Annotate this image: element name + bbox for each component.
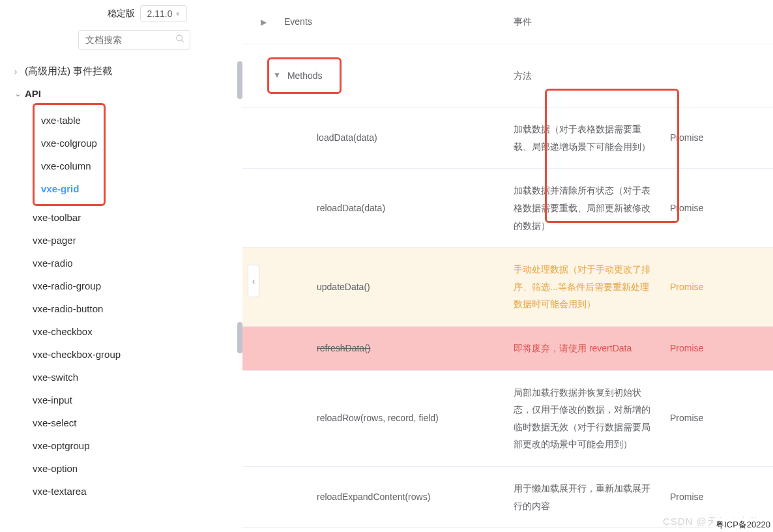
tree-label-api: API xyxy=(25,88,41,99)
row-desc: 方法 xyxy=(506,44,662,108)
version-value: 2.11.0 xyxy=(147,8,173,19)
sidebar-item-active[interactable]: vxe-grid xyxy=(41,177,97,200)
caret-right-icon[interactable]: ▶ xyxy=(261,18,267,27)
methods-highlight-box: ▼ Methods xyxy=(267,57,342,95)
sidebar-item[interactable]: vxe-radio xyxy=(33,252,235,274)
method-name: updateData() xyxy=(317,282,370,292)
method-name: refreshData() xyxy=(317,343,370,353)
sidebar-item[interactable]: vxe-switch xyxy=(33,366,235,389)
api-table: ▶ Events 事件 ▼ Methods 方法 xyxy=(242,0,773,528)
method-name: reloadExpandContent(rows) xyxy=(317,492,430,502)
sidebar-collapse-handle[interactable]: ‹ xyxy=(248,265,259,297)
sidebar-item[interactable]: vxe-toolbar xyxy=(33,206,235,229)
row-name: Events xyxy=(284,0,506,44)
tree-item-api[interactable]: ⌄ API xyxy=(14,83,235,104)
method-name: loadData(data) xyxy=(317,132,377,143)
table-row-deprecated[interactable]: refreshData() 即将废弃，请使用 revertData Promis… xyxy=(242,326,773,370)
sidebar-item[interactable]: vxe-colgroup xyxy=(41,132,97,155)
table-row[interactable]: ▶ Events 事件 xyxy=(242,0,773,44)
sidebar-item[interactable]: vxe-option xyxy=(33,457,235,480)
chevron-right-icon: › xyxy=(14,66,25,76)
sidebar-item[interactable]: vxe-optgroup xyxy=(33,434,235,457)
svg-point-0 xyxy=(177,35,182,41)
chevron-down-icon: ⌄ xyxy=(14,89,25,98)
scrollbar-thumb[interactable] xyxy=(237,322,242,353)
row-desc: 事件 xyxy=(506,0,662,44)
sidebar: 稳定版 2.11.0 ▾ › (高级用法) 事件拦截 ⌄ API xyxy=(0,0,242,532)
table-row[interactable]: reloadRow(rows, record, field) 局部加载行数据并恢… xyxy=(242,370,773,466)
table-row[interactable]: loadData(data) 加载数据（对于表格数据需要重载、局部递增场景下可能… xyxy=(242,108,773,169)
chevron-down-icon: ▾ xyxy=(176,10,180,18)
scrollbar-vertical[interactable] xyxy=(237,61,242,348)
method-return: Promise xyxy=(662,169,773,248)
table-row[interactable]: reloadData(data) 加载数据并清除所有状态（对于表格数据需要重载、… xyxy=(242,169,773,248)
api-children: vxe-table vxe-colgroup vxe-column vxe-gr… xyxy=(14,104,235,503)
search-icon[interactable] xyxy=(175,34,185,46)
sidebar-item[interactable]: vxe-select xyxy=(33,411,235,434)
chevron-left-icon: ‹ xyxy=(252,276,255,286)
sidebar-item[interactable]: vxe-input xyxy=(33,389,235,411)
method-return: Promise xyxy=(662,326,773,370)
sidebar-item[interactable]: vxe-checkbox-group xyxy=(33,343,235,366)
method-desc: 局部加载行数据并恢复到初始状态，仅用于修改的数据，对新增的临时数据无效（对于行数… xyxy=(506,370,662,466)
caret-down-icon[interactable]: ▼ xyxy=(273,68,281,83)
row-name: Methods xyxy=(287,67,323,85)
api-highlight-box: vxe-table vxe-colgroup vxe-column vxe-gr… xyxy=(33,103,106,206)
sidebar-item[interactable]: vxe-radio-button xyxy=(33,297,235,320)
method-return: Promise xyxy=(662,108,773,169)
sidebar-item[interactable]: vxe-column xyxy=(41,155,97,177)
method-desc: 加载数据并清除所有状态（对于表格数据需要重载、局部更新被修改的数据） xyxy=(506,169,662,248)
sidebar-item[interactable]: vxe-radio-group xyxy=(33,274,235,297)
method-return: Promise xyxy=(662,370,773,466)
scrollbar-thumb[interactable] xyxy=(237,61,242,99)
method-desc: 即将废弃，请使用 revertData xyxy=(506,326,662,370)
version-label: 稳定版 xyxy=(108,8,135,20)
method-return: Promise xyxy=(662,248,773,327)
tree-item-advanced[interactable]: › (高级用法) 事件拦截 xyxy=(14,60,235,83)
table-row-methods[interactable]: ▼ Methods 方法 xyxy=(242,44,773,108)
svg-line-1 xyxy=(181,40,184,42)
tree-label: (高级用法) 事件拦截 xyxy=(25,65,112,78)
table-row[interactable]: reloadExpandContent(rows) 用于懒加载展开行，重新加载展… xyxy=(242,466,773,527)
main-content: ▶ Events 事件 ▼ Methods 方法 xyxy=(242,0,773,532)
sidebar-item[interactable]: vxe-table xyxy=(41,109,97,132)
sidebar-item[interactable]: vxe-pager xyxy=(33,229,235,252)
method-desc: 用于懒加载展开行，重新加载展开行的内容 xyxy=(506,466,662,527)
method-desc: 手动处理数据（对于手动更改了排序、筛选...等条件后需要重新处理数据时可能会用到… xyxy=(506,248,662,327)
method-name: reloadData(data) xyxy=(317,203,385,213)
version-select[interactable]: 2.11.0 ▾ xyxy=(140,5,188,22)
sidebar-item[interactable]: vxe-textarea xyxy=(33,480,235,503)
method-desc: 加载数据（对于表格数据需要重载、局部递增场景下可能会用到） xyxy=(506,108,662,169)
search-input[interactable] xyxy=(78,30,190,50)
sidebar-item[interactable]: vxe-checkbox xyxy=(33,320,235,343)
table-row-warning[interactable]: updateData() 手动处理数据（对于手动更改了排序、筛选...等条件后需… xyxy=(242,248,773,327)
icp-label: 粤ICP备20220 xyxy=(713,518,773,532)
method-name: reloadRow(rows, record, field) xyxy=(317,413,439,423)
